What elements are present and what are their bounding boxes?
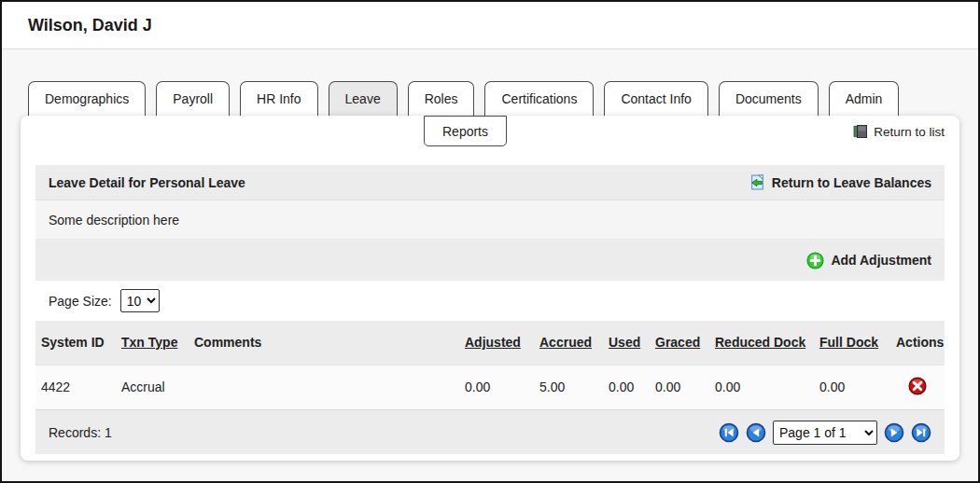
cell-adjusted: 0.00 [459,365,534,409]
detail-title: Leave Detail for Personal Leave [49,175,245,190]
table-header-row: System ID Txn Type Comments Adjusted Acc… [35,321,945,365]
green-plus-circle-icon [806,252,824,269]
tab-roles[interactable]: Roles [408,81,475,116]
tab-certifications[interactable]: Certifications [484,81,594,116]
add-adjustment-label: Add Adjustment [831,253,931,268]
leave-detail-content: Leave Detail for Personal Leave Return t… [35,165,945,454]
cell-reduced-dock: 0.00 [709,365,814,409]
column-header-adjusted: Adjusted [459,321,534,365]
table-footer: Records: 1 [35,409,945,454]
first-page-button[interactable] [719,422,739,443]
cell-actions [890,365,945,409]
records-count: Records: 1 [49,425,112,440]
tab-contact-info[interactable]: Contact Info [604,81,708,116]
tab-reports[interactable]: Reports [424,116,507,146]
column-header-comments: Comments [189,321,459,365]
return-to-leave-balances-link[interactable]: Return to Leave Balances [749,174,931,190]
cell-full-dock: 0.00 [814,365,890,409]
next-page-button[interactable] [884,422,904,443]
door-icon [853,124,868,139]
employee-name: Wilson, David J [28,16,152,35]
tab-payroll[interactable]: Payroll [156,81,230,116]
page-header: Wilson, David J [2,2,978,49]
leave-detail-panel: Reports Return to list Leave Detail for … [21,116,959,461]
tab-hr-info[interactable]: HR Info [240,81,317,116]
page-size-row: Page Size: 10 [35,281,945,321]
column-header-reduced-dock: Reduced Dock [709,321,814,365]
table-row: 4422 Accrual 0.00 5.00 0.00 0.00 0.00 0.… [35,365,945,409]
column-header-actions: Actions [890,321,945,365]
cell-used: 0.00 [603,365,650,409]
tab-documents[interactable]: Documents [719,81,819,116]
tab-demographics[interactable]: Demographics [28,81,146,116]
description-bar: Some description here [35,200,945,240]
leave-description: Some description here [49,213,179,228]
column-header-graced: Graced [650,321,709,365]
return-to-list-label: Return to list [874,125,945,139]
last-page-button[interactable] [911,422,931,443]
column-header-accrued: Accrued [534,321,603,365]
detail-title-bar: Leave Detail for Personal Leave Return t… [35,165,945,200]
leave-transactions-table: System ID Txn Type Comments Adjusted Acc… [35,321,945,409]
column-header-full-dock: Full Dock [814,321,890,365]
previous-page-button[interactable] [746,422,766,443]
delete-row-button[interactable] [908,377,927,395]
cell-comments [189,365,459,409]
cell-graced: 0.00 [650,365,709,409]
tab-leave[interactable]: Leave [329,81,398,116]
tab-strip: Demographics Payroll HR Info Leave Roles… [2,49,978,116]
column-header-txn-type: Txn Type [116,321,189,365]
pagination-controls: Page 1 of 1 [719,421,931,445]
action-bar: Add Adjustment [35,240,945,281]
tab-admin[interactable]: Admin [829,81,900,116]
cell-system-id: 4422 [35,365,116,409]
cell-accrued: 5.00 [534,365,603,409]
return-to-list-link[interactable]: Return to list [853,124,945,139]
return-to-leave-balances-label: Return to Leave Balances [772,175,931,190]
column-header-system-id: System ID [35,321,116,365]
page-size-label: Page Size: [49,294,112,309]
column-header-used: Used [603,321,650,365]
add-adjustment-button[interactable]: Add Adjustment [806,252,931,269]
page-size-select[interactable]: 10 [120,289,160,312]
page-select[interactable]: Page 1 of 1 [773,421,877,445]
page-back-arrow-icon [749,174,765,190]
app-window: Wilson, David J Demographics Payroll HR … [0,0,980,483]
cell-txn-type: Accrual [116,365,189,409]
